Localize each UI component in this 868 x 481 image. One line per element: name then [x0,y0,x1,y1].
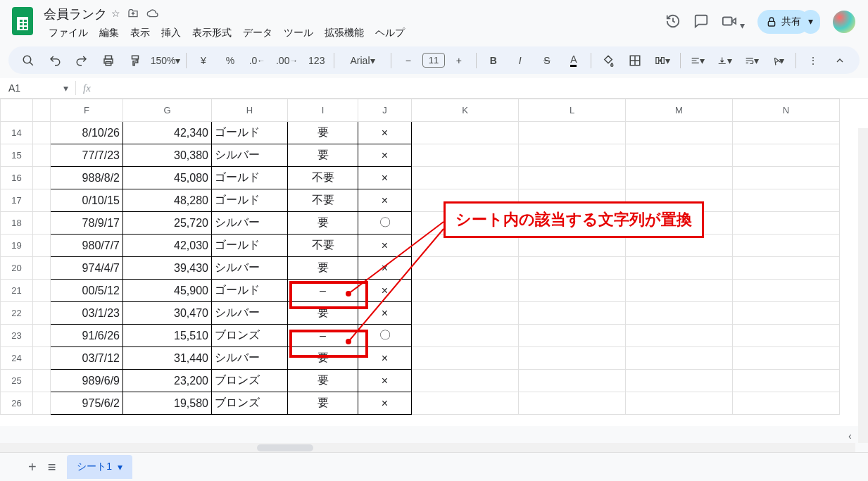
row-header[interactable]: 22 [1,302,33,325]
cell[interactable]: 8/10/26 [51,122,123,144]
cell[interactable] [626,325,733,347]
sheet-tab-menu-icon[interactable]: ▾ [118,461,122,473]
cell[interactable]: 要 [288,122,358,144]
cell[interactable]: シルバー [212,302,288,325]
column-header-blank[interactable] [33,99,51,122]
cell[interactable] [733,370,840,392]
row-header[interactable]: 23 [1,325,33,347]
cell[interactable]: 31,440 [123,347,212,370]
cell[interactable] [733,189,840,212]
cell[interactable] [733,325,840,347]
cell[interactable] [733,122,840,144]
print-icon[interactable] [96,50,121,71]
cell[interactable]: 39,430 [123,257,212,280]
wrap-icon[interactable]: ▾ [739,51,765,70]
cell[interactable]: × [358,257,412,280]
cell[interactable]: 42,030 [123,235,212,257]
cell[interactable] [412,167,519,189]
borders-icon[interactable] [622,50,648,71]
cell[interactable] [33,212,51,235]
cell[interactable] [33,122,51,144]
cell[interactable]: 要 [288,392,358,415]
row-header[interactable]: 19 [1,235,33,257]
cell[interactable]: ゴールド [212,189,288,212]
cell[interactable]: シルバー [212,144,288,167]
percent-icon[interactable]: % [218,51,243,70]
cell[interactable]: 980/7/7 [51,235,123,257]
cell[interactable]: 03/1/23 [51,302,123,325]
cell[interactable] [412,280,519,302]
row-header[interactable]: 14 [1,122,33,144]
cell[interactable]: 要 [288,257,358,280]
cell[interactable] [33,302,51,325]
cell[interactable] [412,392,519,415]
all-sheets-button[interactable]: ≡ [48,459,56,475]
cell[interactable]: × [358,347,412,370]
star-icon[interactable]: ☆ [111,8,120,21]
cell[interactable] [519,325,626,347]
cell[interactable]: 48,280 [123,189,212,212]
cell[interactable] [33,235,51,257]
cell[interactable]: ゴールド [212,280,288,302]
cell[interactable] [626,257,733,280]
increase-decimal-icon[interactable]: .00→ [272,51,303,70]
cell[interactable]: ゴールド [212,167,288,189]
cell[interactable] [626,122,733,144]
cell[interactable]: 要 [288,302,358,325]
cell[interactable]: 不要 [288,235,358,257]
cell[interactable]: 03/7/12 [51,347,123,370]
zoom-select[interactable]: 150% ▾ [149,55,182,66]
font-select[interactable]: Arial ▾ [339,55,386,66]
cell[interactable]: 不要 [288,167,358,189]
more-toolbar-icon[interactable]: ⋮ [800,51,826,70]
cell[interactable] [33,167,51,189]
cell[interactable]: 要 [288,347,358,370]
cell[interactable]: 974/4/7 [51,257,123,280]
menu-view[interactable]: 表示 [125,24,155,42]
cell[interactable] [626,144,733,167]
cell[interactable]: × [358,144,412,167]
row-header[interactable]: 20 [1,257,33,280]
sheets-logo[interactable] [8,7,37,35]
collapse-toolbar-icon[interactable] [827,51,853,70]
row-header[interactable]: 25 [1,370,33,392]
column-header[interactable]: J [358,99,412,122]
column-header[interactable]: G [123,99,212,122]
cell[interactable]: × [358,167,412,189]
cell[interactable] [626,392,733,415]
cell[interactable]: × [358,370,412,392]
menu-tools[interactable]: ツール [279,24,318,42]
sheet-tab[interactable]: シート1 ▾ [67,455,132,479]
name-box-dropdown[interactable]: ▾ [56,82,75,94]
cell[interactable] [33,325,51,347]
cell[interactable] [733,392,840,415]
menu-edit[interactable]: 編集 [94,24,124,42]
strikethrough-icon[interactable]: S [534,51,560,70]
cell[interactable]: 25,720 [123,212,212,235]
cell[interactable] [519,167,626,189]
select-all-corner[interactable] [1,99,33,122]
row-header[interactable]: 24 [1,347,33,370]
cell[interactable] [626,280,733,302]
cell[interactable] [412,302,519,325]
cell[interactable]: × [358,189,412,212]
cell[interactable]: 989/6/9 [51,370,123,392]
row-header[interactable]: 21 [1,280,33,302]
menu-extensions[interactable]: 拡張機能 [320,24,369,42]
row-header[interactable]: 18 [1,212,33,235]
h-align-icon[interactable]: ▾ [685,51,710,70]
cell[interactable] [412,347,519,370]
cell[interactable] [519,122,626,144]
column-header[interactable]: I [288,99,358,122]
cell[interactable] [412,257,519,280]
fill-color-icon[interactable] [596,50,621,71]
cell[interactable]: 78/9/17 [51,212,123,235]
cell[interactable]: 77/7/23 [51,144,123,167]
cell[interactable]: ブロンズ [212,392,288,415]
column-header[interactable]: M [626,99,733,122]
decrease-decimal-icon[interactable]: .0← [244,51,270,70]
text-color-icon[interactable]: A [561,49,586,71]
menu-help[interactable]: ヘルプ [370,24,410,42]
cell[interactable]: 975/6/2 [51,392,123,415]
move-icon[interactable] [127,8,139,21]
